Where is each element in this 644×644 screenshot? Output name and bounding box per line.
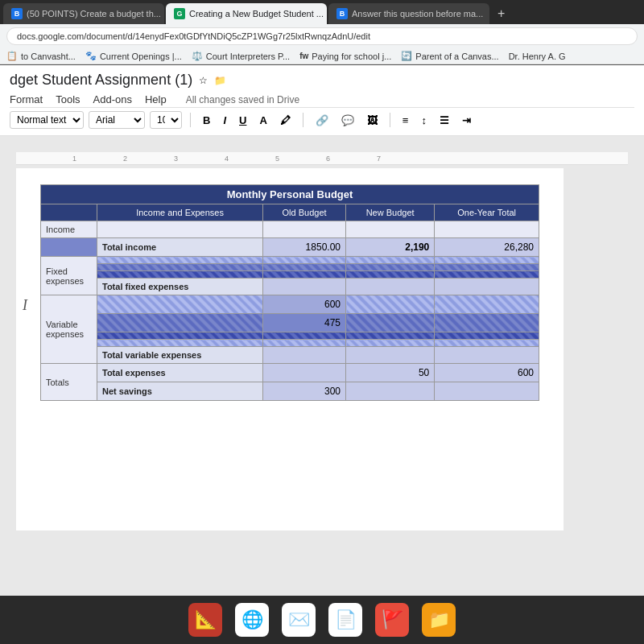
fixed-row2-yearly: [435, 264, 539, 271]
bookmark-henry-label: Dr. Henry A. G: [509, 52, 566, 61]
var-row1-old: 600: [263, 295, 346, 314]
bold-button[interactable]: B: [199, 113, 214, 128]
italic-button[interactable]: I: [219, 113, 230, 128]
gmail-icon[interactable]: ✉️: [282, 603, 316, 637]
total-variable-new: [346, 347, 435, 364]
bookmark-canvasht[interactable]: 📋 to Canvasht...: [6, 51, 76, 61]
fixed-row1-new: [346, 257, 435, 264]
line-spacing-button[interactable]: ↕: [417, 113, 431, 128]
header-empty: [41, 204, 97, 221]
var-row2-yearly: [435, 314, 539, 332]
address-bar[interactable]: docs.google.com/document/d/14enydFex0tGD…: [6, 27, 638, 45]
income-new-empty: [346, 221, 435, 238]
total-fixed-old: [263, 279, 346, 295]
budget-table: Monthly Personal Budget Income and Expen…: [40, 184, 539, 401]
menu-help[interactable]: Help: [145, 93, 167, 105]
var-row2-col2: [97, 314, 263, 332]
fixed-row3-yearly: [435, 271, 539, 279]
var-row1-yearly: [435, 295, 539, 314]
new-tab-button[interactable]: +: [491, 3, 511, 24]
header-old-budget: Old Budget: [263, 204, 346, 221]
net-savings-yearly: [435, 382, 539, 401]
flag-app-icon[interactable]: 🚩: [375, 603, 409, 637]
fixed-row1-col2: [97, 257, 263, 264]
math-app-icon[interactable]: 📐: [188, 603, 222, 637]
style-select[interactable]: Normal text: [10, 111, 84, 129]
tab-bar: B (50 POINTS) Create a budget th... ✕ G …: [0, 0, 644, 24]
total-income-yearly: 26,280: [435, 238, 539, 257]
font-select[interactable]: Arial: [89, 111, 145, 129]
totals-label: Totals: [41, 364, 97, 401]
table-row: Totals Total expenses 50 600: [41, 364, 539, 382]
tab-3-icon: B: [336, 8, 348, 19]
files-icon[interactable]: 📁: [422, 603, 456, 637]
var-row3-new: [346, 332, 435, 340]
total-expenses-old: [263, 364, 346, 382]
menu-tools[interactable]: Tools: [56, 93, 80, 105]
var-row2-old: 475: [263, 314, 346, 332]
header-income-expenses: Income and Expenses: [97, 204, 263, 221]
fixed-row3-col2: [97, 271, 263, 279]
fixed-row2-new: [346, 264, 435, 271]
chrome-icon[interactable]: 🌐: [235, 603, 269, 637]
image-button[interactable]: 🖼: [363, 113, 382, 128]
tab-2[interactable]: G Creating a New Budget Student ... ✕: [166, 3, 327, 24]
bookmark-canvas[interactable]: 🔄 Parent of a Canvas...: [401, 51, 498, 61]
tab-2-icon: G: [174, 8, 185, 19]
browser-chrome: B (50 POINTS) Create a budget th... ✕ G …: [0, 0, 644, 65]
bookmark-court[interactable]: ⚖️ Court Interpreters P...: [192, 51, 290, 61]
align-button[interactable]: ≡: [398, 113, 413, 128]
income-yearly-empty: [435, 221, 539, 238]
bookmark-openings[interactable]: 🐾 Current Openings |...: [85, 51, 182, 61]
fixed-expenses-label: Fixed expenses: [41, 257, 97, 295]
income-row1-label: [41, 238, 97, 257]
star-icon[interactable]: ☆: [199, 75, 208, 86]
comment-button[interactable]: 💬: [337, 113, 358, 128]
bookmarks-bar: 📋 to Canvasht... 🐾 Current Openings |...…: [0, 48, 644, 64]
var-row3-col2: [97, 332, 263, 340]
menu-format[interactable]: Format: [10, 93, 43, 105]
var-row4-new: [346, 340, 435, 347]
income-old-empty: [263, 221, 346, 238]
highlight-button[interactable]: 🖍: [276, 113, 295, 128]
var-row4-yearly: [435, 340, 539, 347]
document-header: dget Student Assignment (1) ☆ 📁 Format T…: [0, 65, 644, 136]
address-bar-row: docs.google.com/document/d/14enydFex0tGD…: [0, 24, 644, 48]
total-income-old: 1850.00: [263, 238, 346, 257]
variable-expenses-label: Variable expenses: [41, 295, 97, 364]
toolbar-divider-2: [303, 113, 303, 127]
folder-icon[interactable]: 📁: [214, 75, 226, 86]
text-color-button[interactable]: A: [255, 113, 270, 128]
bookmark-canvasht-label: to Canvasht...: [21, 52, 76, 61]
table-row: Total income 1850.00 2,190 26,280: [41, 238, 539, 257]
table-row: [41, 332, 539, 340]
bookmark-school[interactable]: fw Paying for school j...: [299, 52, 391, 61]
drive-icon[interactable]: 📄: [328, 603, 362, 637]
table-row: Net savings 300: [41, 382, 539, 401]
tab-1[interactable]: B (50 POINTS) Create a budget th... ✕: [3, 3, 164, 24]
tab-3[interactable]: B Answer this question before ma... ✕: [328, 3, 489, 24]
bookmark-henry[interactable]: Dr. Henry A. G: [509, 52, 566, 61]
indent-button[interactable]: ⇥: [458, 113, 475, 128]
menu-addons[interactable]: Add-ons: [93, 93, 132, 105]
taskbar: 📐 🌐 ✉️ 📄 🚩 📁: [0, 596, 644, 644]
size-select[interactable]: 10: [150, 111, 182, 129]
table-row: Fixed expenses: [41, 257, 539, 264]
doc-title: dget Student Assignment (1): [10, 72, 192, 89]
var-row4-col2: [97, 340, 263, 347]
link-button[interactable]: 🔗: [312, 113, 332, 128]
table-row: Income: [41, 221, 539, 238]
var-row3-old: [263, 332, 346, 340]
fixed-row2-old: [263, 264, 346, 271]
table-row: 475: [41, 314, 539, 332]
total-income-label: Total income: [97, 238, 263, 257]
toolbar-divider-1: [190, 113, 191, 127]
total-variable-label: Total variable expenses: [97, 347, 263, 364]
header-new-budget: New Budget: [346, 204, 435, 221]
income-empty: [97, 221, 263, 238]
income-label: Income: [41, 221, 97, 238]
var-row4-old: [263, 340, 346, 347]
total-fixed-yearly: [435, 279, 539, 295]
underline-button[interactable]: U: [235, 113, 250, 128]
list-button[interactable]: ☰: [436, 113, 453, 128]
